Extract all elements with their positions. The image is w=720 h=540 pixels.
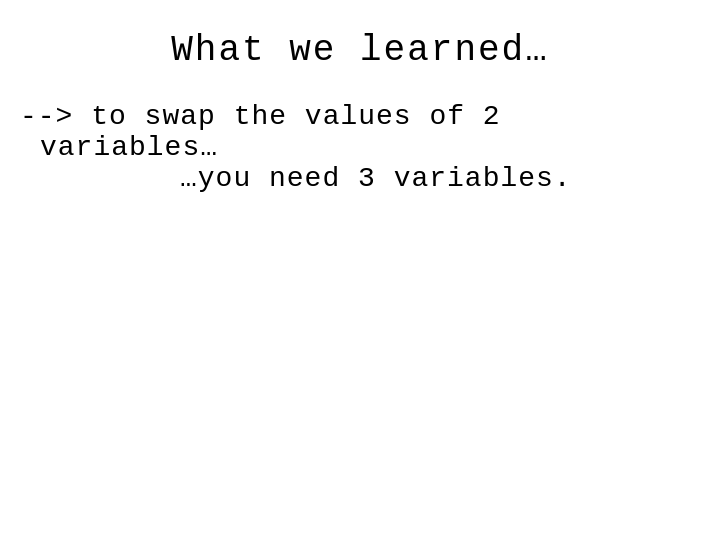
content-line-2: variables… [40, 132, 572, 163]
content-line-1: --> to swap the values of 2 [20, 101, 572, 132]
slide-title: What we learned… [20, 30, 700, 71]
slide-container: What we learned… --> to swap the values … [0, 0, 720, 540]
content-block: --> to swap the values of 2 variables… …… [20, 101, 572, 194]
content-line-3: …you need 3 variables. [180, 163, 572, 194]
